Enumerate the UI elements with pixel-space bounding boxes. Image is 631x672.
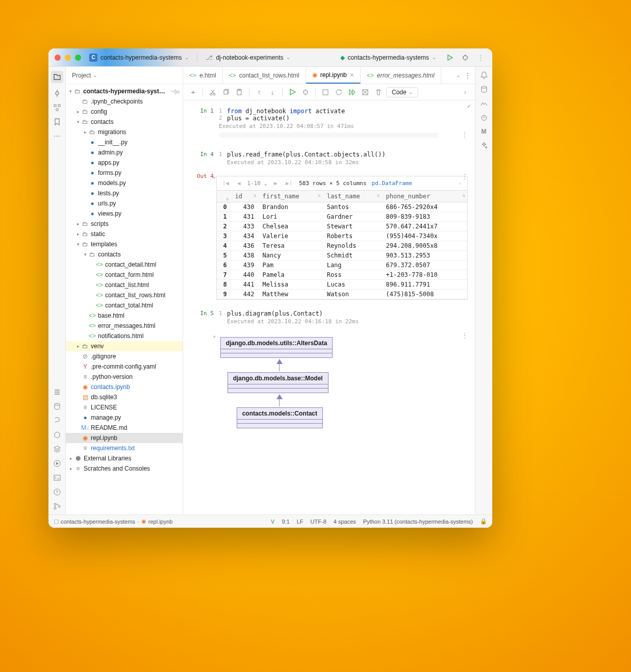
services-icon[interactable] [53, 431, 61, 439]
file-node[interactable]: ●views.py [66, 209, 183, 219]
file-node[interactable]: ●tests.py [66, 188, 183, 198]
notebook-cell[interactable]: In 4 1 plus.read_frame(plus.Contact.obje… [183, 149, 475, 171]
close-window-button[interactable] [55, 55, 61, 61]
structure-tool-icon[interactable] [53, 104, 61, 112]
move-up-button[interactable]: ↑ [254, 87, 265, 98]
table-row[interactable]: 9442MatthewWatson(475)815-5008 [217, 290, 467, 299]
file-node[interactable]: <>base.html [66, 311, 183, 321]
table-row[interactable]: 8441MelissaLucas896.911.7791 [217, 280, 467, 290]
file-node[interactable]: ◉contacts.ipynb [66, 382, 183, 392]
makefile-icon[interactable]: M [482, 128, 487, 135]
delete-cell-button[interactable] [373, 87, 384, 98]
restart-button[interactable] [333, 87, 344, 98]
file-node[interactable]: Y.pre-commit-config.yaml [66, 361, 183, 372]
next-page-button[interactable]: ▶ [272, 180, 279, 187]
debug-button[interactable] [460, 52, 471, 63]
endpoints-icon[interactable] [480, 114, 488, 122]
file-node[interactable]: ≡LICENSE [66, 402, 183, 412]
file-node[interactable]: ≡.python-version [66, 372, 183, 382]
file-node[interactable]: <>contact_total.html [66, 300, 183, 311]
line-ending[interactable]: LF [297, 519, 304, 525]
database-icon[interactable] [53, 402, 61, 410]
clear-output-button[interactable] [360, 87, 371, 98]
file-node[interactable]: ▸⬢External Libraries [66, 453, 183, 463]
interpreter[interactable]: Python 3.11 (contacts-hypermedia-systems… [363, 519, 473, 525]
file-node[interactable]: ▾🗀templates [66, 239, 183, 249]
notifications-icon[interactable] [480, 71, 488, 79]
table-row[interactable]: 0430BrandonSantos686-765-2920x4 [217, 202, 467, 212]
dataframe-type[interactable]: pd.DataFrame [372, 180, 412, 187]
commit-tool-icon[interactable] [53, 89, 61, 97]
file-node[interactable]: <>notifications.html [66, 331, 183, 341]
page-range[interactable]: 1-10 ⌄ [247, 180, 268, 187]
file-node[interactable]: ▸🗀config [66, 107, 183, 117]
interrupt-button[interactable] [320, 87, 331, 98]
tabs-overflow[interactable]: ⌄⋮ [452, 67, 475, 84]
vcs-icon[interactable] [53, 502, 61, 510]
file-node[interactable]: <>contact_detail.html [66, 260, 183, 270]
notebook-cell[interactable]: In 5 1 plus.diagram(plus.Contact) Execut… [183, 308, 475, 330]
file-node[interactable]: ▸🗀venv [66, 341, 183, 351]
prev-page-button[interactable]: ◀ [236, 180, 242, 187]
table-row[interactable]: 6439PamLang679.372.0507 [217, 261, 467, 270]
toolbar-expand-button[interactable]: › [460, 87, 471, 98]
sciview-icon[interactable] [480, 99, 488, 108]
layers-icon[interactable] [53, 445, 61, 453]
file-node[interactable]: ▸🗀migrations [66, 127, 183, 137]
column-header[interactable]: phone_number⇅ [382, 191, 468, 202]
more-button[interactable]: ⋮ [475, 52, 486, 63]
table-row[interactable]: 4436TeresaReynolds294.208.9005x8 [217, 241, 467, 251]
file-node[interactable]: M↓README.md [66, 423, 183, 433]
file-node[interactable]: ▸🗀scripts [66, 219, 183, 229]
encoding[interactable]: UTF-8 [311, 519, 326, 525]
project-tool-icon[interactable] [51, 71, 63, 83]
indent-setting[interactable]: 4 spaces [334, 519, 356, 525]
sidebar-header[interactable]: Project ⌄ [66, 67, 183, 84]
debug-cell-button[interactable] [300, 87, 311, 98]
cell-menu-button[interactable]: ⋮ [462, 332, 468, 339]
file-node[interactable]: ●admin.py [66, 147, 183, 158]
run-button[interactable] [444, 52, 456, 63]
run-tool-icon[interactable] [53, 459, 61, 468]
table-row[interactable]: 2433ChelseaStewart570.647.2441x7 [217, 222, 467, 231]
file-node[interactable]: ●__init__.py [66, 137, 183, 147]
file-node[interactable]: ●forms.py [66, 168, 183, 178]
cell-menu-button[interactable]: ⋮ [462, 173, 468, 180]
table-row[interactable]: 3434ValerieRoberts(955)404-7340x [217, 231, 467, 241]
branch-selector[interactable]: ⎇ dj-notebook-experiments ⌄ [201, 53, 294, 62]
file-node[interactable]: ▸≡Scratches and Consoles [66, 463, 183, 474]
editor-tab[interactable]: ◉repl.ipynb× [306, 67, 361, 84]
collapse-icon[interactable]: ⌄ [213, 173, 216, 306]
cursor-position[interactable]: 9:1 [282, 519, 289, 525]
file-node[interactable]: <>error_messages.html [66, 321, 183, 331]
table-row[interactable]: 5438NancySchmidt903.513.2953 [217, 251, 467, 261]
file-node[interactable]: ▾🗀contacts [66, 117, 183, 127]
python-console-icon[interactable] [53, 417, 61, 425]
cut-button[interactable] [207, 87, 218, 98]
file-node[interactable]: ●apps.py [66, 158, 183, 168]
copy-button[interactable] [220, 87, 232, 98]
file-node[interactable]: 🗀.ipynb_checkpoints [66, 96, 183, 107]
file-node[interactable]: ⊘.gitignore [66, 351, 183, 361]
cell-menu-button[interactable]: ⋮ [462, 131, 468, 138]
column-header[interactable]: first_name⇅ [259, 191, 323, 202]
move-down-button[interactable]: ↓ [267, 87, 278, 98]
database-tool-icon[interactable] [480, 85, 488, 93]
file-node[interactable]: ●manage.py [66, 412, 183, 423]
folder-node[interactable]: ▾🗀contacts-hypermedia-systems~/ju [66, 86, 183, 96]
run-cell-button[interactable] [287, 87, 298, 98]
ai-assistant-icon[interactable] [480, 141, 488, 149]
file-node[interactable]: ●urls.py [66, 198, 183, 209]
paste-button[interactable] [234, 87, 245, 98]
last-page-button[interactable]: ▶❘ [284, 180, 294, 187]
lock-icon[interactable]: 🔒 [480, 518, 487, 525]
column-header[interactable]: last_name⇅ [323, 191, 382, 202]
column-header[interactable]: id⇅ [231, 191, 259, 202]
collapse-icon[interactable]: ⌄ [213, 332, 216, 433]
file-node[interactable]: ▸🗀static [66, 229, 183, 239]
file-node[interactable]: ●models.py [66, 178, 183, 188]
file-node[interactable]: ◉repl.ipynb [66, 433, 183, 443]
first-page-button[interactable]: ❘◀ [221, 180, 231, 187]
notebook-cell[interactable]: In 1 1from dj_notebook import activate 2… [183, 106, 475, 149]
file-node[interactable]: ≡requirements.txt [66, 443, 183, 453]
